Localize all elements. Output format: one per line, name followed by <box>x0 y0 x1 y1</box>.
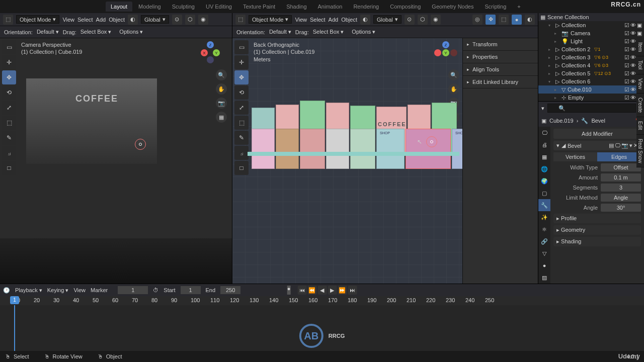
add-modifier-button[interactable]: Add Modifier <box>553 129 641 139</box>
outliner[interactable]: ▦Scene Collection ▾▷Collection☑👁▣▸📷Camer… <box>538 13 644 102</box>
ptab-object[interactable]: ▢ <box>538 187 550 199</box>
drag-val[interactable]: Select Box ▾ <box>313 29 344 35</box>
play-rev-icon[interactable]: ◀ <box>317 286 327 295</box>
outliner-item[interactable]: ▸💡Light☑👁▣ <box>538 37 644 45</box>
hdr-select[interactable]: Select <box>77 17 93 23</box>
tool-measure[interactable]: ⟓ <box>234 146 249 160</box>
ptab-physics[interactable]: ⚛ <box>538 223 550 235</box>
tl-keying[interactable]: Keying ▾ <box>47 287 69 294</box>
tab-sculpting[interactable]: Sculpting <box>167 2 200 12</box>
tool-annotate[interactable]: ✎ <box>2 131 16 145</box>
ntab-edit[interactable]: Edit <box>636 117 644 134</box>
tool-rotate[interactable]: ⟲ <box>234 85 249 100</box>
outliner-item[interactable]: ▸▷Collection 4▽6 ⊙3☑👁▣ <box>538 61 644 69</box>
outliner-item[interactable]: ▸▷Collection 3▽6 ⊙3☑👁▣ <box>538 53 644 61</box>
tool-select-box[interactable]: ▭ <box>234 40 249 54</box>
gizmo-toggle-icon[interactable]: ✥ <box>486 15 496 25</box>
nav-gizmo[interactable]: Z Y <box>434 41 458 65</box>
npanel-properties[interactable]: ▸Properties <box>463 51 538 63</box>
ptab-scene[interactable]: 🌐 <box>538 163 550 175</box>
tool-addcube[interactable]: □ <box>234 161 249 175</box>
mod-extra-icon[interactable]: ▾ <box>629 142 632 149</box>
tab-scripting[interactable]: Scripting <box>479 2 511 12</box>
hdr-view[interactable]: View <box>62 17 74 23</box>
ptab-particles[interactable]: ✨ <box>538 211 550 223</box>
tool-scale[interactable]: ⤢ <box>2 101 16 115</box>
viewport-left-canvas[interactable]: COFFEE Camera Perspective (1) Collection… <box>0 38 232 284</box>
pan-icon[interactable]: ✋ <box>216 83 227 95</box>
sub-profile[interactable]: ▸ Profile <box>553 214 641 223</box>
hdr-view[interactable]: View <box>295 17 307 23</box>
overlay-icon[interactable]: ◎ <box>472 15 482 25</box>
ptab-material[interactable]: ● <box>538 259 550 272</box>
nav-gizmo[interactable]: Y X Z <box>199 41 223 65</box>
tab-animation[interactable]: Animation <box>313 2 348 12</box>
orientation-select[interactable]: Global ▾ <box>141 15 169 24</box>
tab-add[interactable]: + <box>512 2 525 12</box>
tool-annotate[interactable]: ✎ <box>234 131 249 145</box>
tool-cursor[interactable]: ✛ <box>2 55 16 69</box>
mode-select[interactable]: Object Mode ▾ <box>249 15 292 24</box>
outliner-item[interactable]: ▾▷Collection 6☑👁▣ <box>538 77 644 85</box>
tl-marker[interactable]: Marker <box>91 287 108 293</box>
tool-scale[interactable]: ⤢ <box>234 101 249 115</box>
ptab-constraints[interactable]: 🔗 <box>538 235 550 247</box>
hdr-add[interactable]: Add <box>329 17 339 23</box>
tab-geonodes[interactable]: Geometry Nodes <box>427 2 478 12</box>
start-frame-field[interactable]: 1 <box>181 286 201 294</box>
tab-rendering[interactable]: Rendering <box>348 2 384 12</box>
ptab-output[interactable]: 🖨 <box>538 139 550 151</box>
tool-measure[interactable]: ⟓ <box>2 146 16 160</box>
tool-move[interactable]: ✥ <box>234 70 249 84</box>
sub-shading[interactable]: ▸ Shading <box>553 237 641 246</box>
sub-geometry[interactable]: ▸ Geometry <box>553 225 641 235</box>
modifier-name[interactable]: Bevel <box>568 143 582 149</box>
outliner-item[interactable]: ▸⊹Empty☑👁▣ <box>538 94 644 102</box>
propedit-icon[interactable]: ◉ <box>431 15 441 25</box>
shading-mat-icon[interactable]: ◐ <box>525 15 535 25</box>
tl-playback[interactable]: Playback ▾ <box>15 287 42 294</box>
ptab-data[interactable]: ▽ <box>538 247 550 259</box>
tool-addcube[interactable]: □ <box>2 161 16 175</box>
zoom-icon[interactable]: 🔍 <box>216 69 227 80</box>
viewport-right-canvas[interactable]: Back Orthographic (1) Collection | Cube.… <box>232 38 462 284</box>
mod-render-icon[interactable]: 📷 <box>621 142 628 149</box>
pivot-icon[interactable]: ⊙ <box>405 15 415 25</box>
outliner-item[interactable]: ▾▷Collection☑👁▣ <box>538 21 644 29</box>
ptab-world[interactable]: 🌍 <box>538 175 550 187</box>
seg-edges[interactable]: Edges <box>597 152 641 161</box>
hdr-object[interactable]: Object <box>109 17 125 23</box>
current-frame-field[interactable]: 1 <box>118 286 148 294</box>
menu-edit[interactable]: Edit <box>35 2 53 12</box>
outliner-item[interactable]: ▸▷Collection 2▽1☑👁▣ <box>538 45 644 53</box>
scene-new-icon[interactable]: ⧉ <box>539 2 548 11</box>
propedit-icon[interactable]: ◉ <box>198 15 208 25</box>
timeline-ruler[interactable]: 1020304050607080901001101201301401501601… <box>0 296 644 305</box>
snap-icon[interactable]: ⬡ <box>418 15 428 25</box>
hdr-object[interactable]: Object <box>341 17 357 23</box>
tab-uv[interactable]: UV Editing <box>201 2 237 12</box>
tab-compositing[interactable]: Compositing <box>385 2 426 12</box>
npanel-edit-linked[interactable]: ▸Edit Linked Library <box>463 76 538 88</box>
tl-view[interactable]: View <box>73 287 86 293</box>
persp-icon[interactable]: ▦ <box>216 112 227 123</box>
orient-icon[interactable]: ◐ <box>360 15 370 25</box>
outliner-item[interactable]: ▸▽Cube.010☑👁▣ <box>538 85 644 94</box>
breadcrumb-modifier[interactable]: Bevel <box>591 118 605 124</box>
editor-type-icon[interactable]: ⬚ <box>235 15 246 25</box>
menu-file[interactable]: File <box>16 2 33 12</box>
segments-value[interactable]: 3 <box>601 184 641 192</box>
ntab-create[interactable]: Create <box>636 94 644 117</box>
modifier-panel-header[interactable]: ▾◢ Bevel ▤ 🖵 📷 ▾ ✕ <box>553 141 641 150</box>
camera-icon[interactable]: 📷 <box>216 98 227 109</box>
autokey-icon[interactable]: ● <box>287 286 291 295</box>
hdr-add[interactable]: Add <box>96 17 106 23</box>
tool-transform[interactable]: ⬚ <box>234 116 249 130</box>
ptab-modifiers[interactable]: 🔧 <box>538 199 550 211</box>
mod-edit-icon[interactable]: ▤ <box>609 142 614 149</box>
tab-texpaint[interactable]: Texture Paint <box>238 2 280 12</box>
mode-select[interactable]: Object Mode ▾ <box>16 15 59 24</box>
hdr-select[interactable]: Select <box>310 17 326 23</box>
jump-start-icon[interactable]: ⏮ <box>297 286 306 295</box>
tool-transform[interactable]: ⬚ <box>2 116 16 130</box>
